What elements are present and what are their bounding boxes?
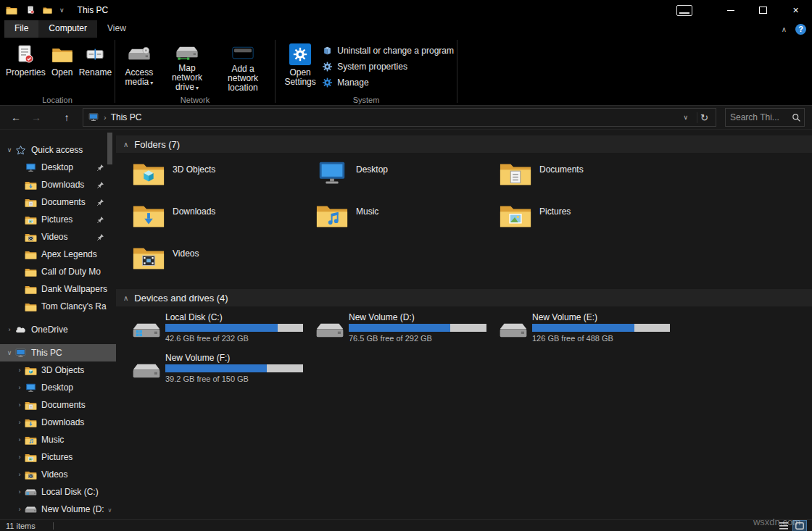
sidebar-item-local-disk-c[interactable]: › Local Disk (C:) <box>0 483 116 501</box>
folder-icon <box>25 267 37 277</box>
sidebar-item-downloads[interactable]: Downloads <box>0 176 116 193</box>
chevron-right-icon[interactable]: › <box>14 506 25 513</box>
folders-group-header[interactable]: ∧ Folders (7) <box>116 135 812 153</box>
uninstall-program-icon <box>322 46 333 56</box>
qat-properties-icon[interactable] <box>26 6 36 14</box>
up-button[interactable]: ↑ <box>58 109 75 125</box>
minimize-button[interactable] <box>714 0 747 20</box>
manage-button[interactable]: Manage <box>322 75 454 90</box>
tab-file[interactable]: File <box>4 20 38 38</box>
open-settings-button[interactable]: Open Settings <box>278 39 322 95</box>
folder-tile-music[interactable]: Music <box>315 199 499 241</box>
chevron-right-icon[interactable]: › <box>14 488 25 496</box>
system-properties-button[interactable]: System properties <box>322 59 454 74</box>
folder-tile-videos[interactable]: Videos <box>132 241 315 283</box>
close-button[interactable]: × <box>779 0 812 20</box>
rename-button[interactable]: Rename <box>76 39 115 95</box>
sidebar-item-desktop-pc[interactable]: › Desktop <box>0 379 116 396</box>
drives-group-header[interactable]: ∧ Devices and drives (4) <box>116 289 812 306</box>
folder-tile-3d-objects[interactable]: 3D Objects <box>132 157 315 199</box>
access-media-label: Access media▾ <box>121 68 157 88</box>
chevron-right-icon[interactable]: › <box>14 453 25 461</box>
chevron-right-icon[interactable]: › <box>14 419 25 426</box>
folder-icon <box>25 284 37 295</box>
collapse-group-icon[interactable]: ∧ <box>123 294 128 302</box>
chevron-right-icon[interactable]: › <box>14 436 25 443</box>
chevron-down-icon[interactable]: ∨ <box>4 349 14 356</box>
drive-tile-c[interactable]: Local Disk (C:) 42.6 GB free of 232 GB <box>132 309 315 350</box>
settings-gear-icon <box>293 47 307 62</box>
folder-icon <box>25 301 37 312</box>
folder-tile-desktop[interactable]: Desktop <box>315 157 499 199</box>
back-button[interactable]: ← <box>7 109 25 125</box>
sidebar-item-dank-wallpapers[interactable]: Dank Wallpapers <box>0 280 116 298</box>
sidebar-item-new-volume-d[interactable]: › New Volume (D: <box>0 501 116 518</box>
sidebar-item-label: Local Disk (C:) <box>41 487 99 497</box>
sidebar-item-music[interactable]: › Music <box>0 431 116 448</box>
uninstall-program-button[interactable]: Uninstall or change a program <box>322 43 454 58</box>
pictures-folder-icon <box>25 452 37 463</box>
open-settings-label: Open Settings <box>281 68 319 87</box>
sidebar-item-this-pc[interactable]: ∨ This PC <box>0 344 116 361</box>
sidebar-item-videos-pc[interactable]: › Videos <box>0 466 116 483</box>
sidebar-scrollbar[interactable]: ∨ <box>107 131 113 521</box>
downloads-folder-icon <box>25 417 37 428</box>
drive-tile-e[interactable]: New Volume (E:) 126 GB free of 488 GB <box>499 309 682 350</box>
sidebar-item-documents-pc[interactable]: › Documents <box>0 396 116 414</box>
qat-new-folder-icon[interactable] <box>43 6 52 14</box>
folder-tile-pictures[interactable]: Pictures <box>499 199 682 241</box>
tab-view[interactable]: View <box>97 20 136 38</box>
folder-name: Pictures <box>539 206 571 217</box>
search-input[interactable] <box>729 112 792 123</box>
manage-icon <box>322 78 333 88</box>
sidebar-item-call-of-duty[interactable]: Call of Duty Mo <box>0 263 116 280</box>
sidebar-item-pictures[interactable]: Pictures <box>0 211 116 228</box>
access-media-button[interactable]: Access media▾ <box>118 39 160 95</box>
chevron-right-icon[interactable]: › <box>14 384 25 391</box>
system-drive-icon <box>25 487 37 498</box>
touch-keyboard-icon[interactable] <box>676 5 692 16</box>
sidebar-item-documents[interactable]: Documents <box>0 193 116 211</box>
sidebar-item-desktop[interactable]: Desktop <box>0 159 116 176</box>
chevron-right-icon[interactable]: › <box>4 326 14 333</box>
scroll-down-icon[interactable]: ∨ <box>107 507 113 514</box>
open-button[interactable]: Open <box>49 39 76 95</box>
sidebar-item-apex-legends[interactable]: Apex Legends <box>0 246 116 263</box>
chevron-right-icon[interactable]: › <box>14 367 25 374</box>
qat-customize-chevron-icon[interactable]: ∨ <box>59 7 65 14</box>
add-network-location-button[interactable]: Add a network location <box>214 39 272 95</box>
maximize-button[interactable] <box>747 0 779 20</box>
drive-tile-d[interactable]: New Volume (D:) 76.5 GB free of 292 GB <box>315 309 499 350</box>
scrollbar-thumb[interactable] <box>107 133 112 164</box>
breadcrumb-chevron-icon[interactable]: › <box>104 113 107 122</box>
refresh-icon[interactable]: ↻ <box>697 112 711 123</box>
sidebar-item-tom-clancys[interactable]: Tom Clancy's Ra <box>0 298 116 315</box>
sidebar-item-downloads-pc[interactable]: › Downloads <box>0 414 116 431</box>
address-dropdown-icon[interactable]: ∨ <box>679 114 693 121</box>
collapse-ribbon-icon[interactable]: ∧ <box>782 25 787 33</box>
sidebar-item-3d-objects[interactable]: › 3D Objects <box>0 361 116 379</box>
music-folder-icon <box>25 435 37 446</box>
map-network-drive-button[interactable]: Map network drive▾ <box>160 39 214 95</box>
forward-button[interactable]: → <box>28 109 45 125</box>
help-icon[interactable]: ? <box>795 24 806 35</box>
collapse-group-icon[interactable]: ∧ <box>123 141 128 149</box>
folder-tile-downloads[interactable]: Downloads <box>132 199 315 241</box>
drive-tile-f[interactable]: New Volume (F:) 39.2 GB free of 150 GB <box>132 350 315 390</box>
breadcrumb[interactable]: This PC <box>111 112 142 122</box>
properties-button[interactable]: Properties <box>3 39 49 95</box>
sidebar-item-quick-access[interactable]: ∨ Quick access <box>0 141 116 159</box>
search-icon[interactable] <box>792 113 801 122</box>
pin-icon <box>96 198 104 206</box>
chevron-down-icon[interactable]: ∨ <box>4 146 14 154</box>
documents-folder-icon <box>25 197 37 208</box>
folder-tile-documents[interactable]: Documents <box>499 157 682 199</box>
chevron-right-icon[interactable]: › <box>14 401 25 409</box>
sidebar-item-onedrive[interactable]: › OneDrive <box>0 321 116 338</box>
tab-computer[interactable]: Computer <box>38 20 97 38</box>
sidebar-item-pictures-pc[interactable]: › Pictures <box>0 448 116 466</box>
chevron-right-icon[interactable]: › <box>14 471 25 478</box>
title-bar[interactable]: ∨ This PC × <box>0 0 812 20</box>
address-bar[interactable]: › This PC ∨ ↻ <box>83 108 716 127</box>
sidebar-item-videos[interactable]: Videos <box>0 228 116 246</box>
